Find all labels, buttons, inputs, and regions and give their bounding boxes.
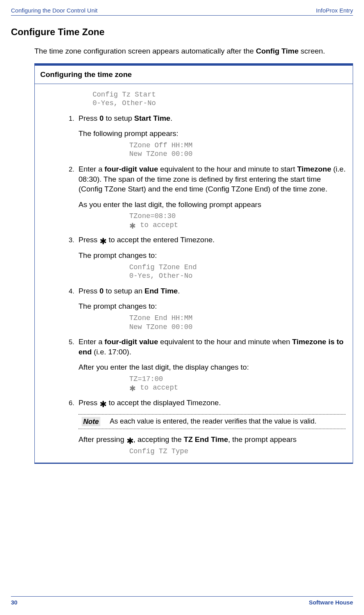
step-3: Press ✱ to accept the entered Timezone. … (76, 235, 346, 280)
steps-list: Press 0 to setup Start Time. The followi… (68, 113, 346, 456)
asterisk-icon: ✱ (129, 222, 136, 230)
asterisk-icon: ✱ (100, 399, 107, 409)
prompt-display: TZone End HH:MM New TZone 00:00 (129, 314, 346, 331)
prompt-display: Config TZ Type (129, 447, 346, 456)
header-left: Configuring the Door Control Unit (11, 7, 98, 14)
step-6-followup: After pressing ✱, accepting the TZ End T… (79, 434, 346, 445)
asterisk-icon: ✱ (129, 384, 136, 393)
intro-bold: Config Time (256, 47, 298, 55)
prompt-display: TZone=08:30 ✱ to accept (129, 212, 346, 229)
step-1: Press 0 to setup Start Time. The followi… (76, 113, 346, 159)
procedure-title: Configuring the time zone (35, 66, 353, 84)
step-5: Enter a four-digit value equivalent to t… (76, 337, 346, 392)
section-title: Configure Time Zone (11, 27, 353, 38)
step-2: Enter a four-digit value equivalent to t… (76, 164, 346, 230)
step-6: Press ✱ to accept the displayed Timezone… (76, 398, 346, 456)
prompt-display: TZone Off HH:MM New TZone 00:00 (129, 141, 346, 159)
step-1-followup: The following prompt appears: (79, 129, 346, 139)
intro-text: The time zone configuration screen appea… (34, 47, 256, 55)
prompt-display: TZ=17:00 ✱ to accept (129, 375, 346, 392)
note-box: Note As each value is entered, the reade… (79, 414, 346, 429)
note-text: As each value is entered, the reader ver… (110, 417, 343, 426)
intro-text-end: screen. (299, 47, 325, 55)
procedure-box: Configuring the time zone Config Tz Star… (34, 63, 353, 464)
note-label: Note (82, 417, 100, 426)
prompt-display: Config TZone End 0-Yes, Other-No (129, 263, 346, 281)
asterisk-icon: ✱ (100, 236, 107, 246)
page-number: 30 (11, 599, 18, 606)
footer-rule (11, 596, 353, 597)
procedure-body: Config Tz Start 0-Yes, Other-No Press 0 … (35, 84, 353, 463)
page-header: Configuring the Door Control Unit InfoPr… (11, 7, 353, 15)
header-rule (11, 15, 353, 16)
intro-paragraph: The time zone configuration screen appea… (34, 46, 353, 56)
step-5-followup: After you enter the last digit, the disp… (79, 362, 346, 372)
step-4-followup: The prompt changes to: (79, 301, 346, 311)
step-4: Press 0 to setup an End Time. The prompt… (76, 286, 346, 331)
footer-brand: Software House (309, 599, 353, 606)
prompt-display: Config Tz Start 0-Yes, Other-No (93, 90, 346, 108)
asterisk-icon: ✱ (127, 436, 134, 446)
step-2-followup: As you enter the last digit, the followi… (79, 200, 346, 210)
step-3-followup: The prompt changes to: (79, 250, 346, 261)
header-right: InfoProx Entry (316, 7, 353, 14)
page-footer: 30 Software House (11, 596, 353, 606)
